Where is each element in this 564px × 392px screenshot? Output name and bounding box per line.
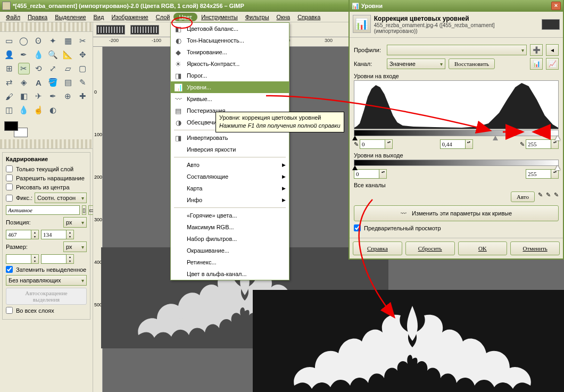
- spinner-icon[interactable]: ▴▾: [385, 139, 393, 149]
- menu-view[interactable]: Вид: [90, 13, 108, 21]
- presets-combo[interactable]: [387, 45, 527, 55]
- fg-color[interactable]: [4, 121, 18, 131]
- input-gamma-field[interactable]: [440, 139, 466, 149]
- close-button[interactable]: ×: [551, 2, 561, 10]
- dodge-burn-tool[interactable]: ◐: [47, 104, 59, 116]
- pick-black-button[interactable]: ✎: [354, 141, 359, 148]
- spinner-icon[interactable]: ▴▾: [551, 139, 559, 149]
- zoom-tool[interactable]: 🔍: [47, 49, 59, 61]
- menu-colorify[interactable]: Окрашивание...: [171, 245, 289, 256]
- pick-gray-all-button[interactable]: ✎: [546, 191, 551, 202]
- eraser-tool[interactable]: ◧: [18, 90, 30, 102]
- position-unit-combo[interactable]: px: [63, 217, 87, 228]
- measure-tool[interactable]: 📐: [62, 49, 74, 61]
- ok-button[interactable]: OK: [458, 241, 508, 255]
- spinner-icon[interactable]: ▴▾: [466, 139, 473, 149]
- spinner-icon[interactable]: ▴▾: [551, 169, 559, 179]
- menu-hue-saturation[interactable]: ◐Тон-Насыщенность...: [171, 35, 289, 46]
- reset-button[interactable]: Сбросить: [405, 241, 455, 255]
- fuzzy-select-tool[interactable]: ✦: [47, 35, 59, 47]
- paths-tool[interactable]: ✒: [18, 49, 30, 61]
- pick-black-all-button[interactable]: ✎: [538, 191, 543, 202]
- menu-value-invert[interactable]: Инверсия яркости: [171, 144, 289, 155]
- size-h-field[interactable]: [41, 254, 67, 264]
- menu-threshold[interactable]: ◨Порог...: [171, 70, 289, 81]
- scissors-tool[interactable]: ✂: [77, 35, 88, 47]
- pick-white-button[interactable]: ✎: [520, 141, 525, 148]
- out-white-slider[interactable]: [555, 165, 560, 170]
- paintbrush-tool[interactable]: 🖌: [3, 90, 15, 102]
- text-tool[interactable]: A: [32, 77, 44, 88]
- fixed-check[interactable]: [6, 195, 13, 202]
- pick-white-all-button[interactable]: ✎: [554, 191, 559, 202]
- spinner-icon[interactable]: ▴▾: [31, 230, 39, 239]
- ellipse-select-tool[interactable]: ◯: [18, 35, 30, 47]
- menu-tools[interactable]: Инструменты: [197, 13, 242, 21]
- clone-tool[interactable]: ⊕: [62, 90, 74, 102]
- menu-brightness-contrast[interactable]: ☀Яркость-Контраст...: [171, 58, 289, 70]
- help-button[interactable]: Справка: [353, 241, 402, 255]
- rect-select-tool[interactable]: ▭: [3, 35, 15, 47]
- pos-y-field[interactable]: [41, 230, 67, 239]
- gamma-slider[interactable]: [493, 136, 498, 140]
- only-current-layer-check[interactable]: [6, 165, 13, 172]
- output-low-field[interactable]: [354, 169, 379, 179]
- preset-menu-button[interactable]: ◂: [546, 44, 559, 56]
- input-low-field[interactable]: [360, 139, 385, 149]
- smudge-tool[interactable]: ☝: [32, 104, 44, 116]
- menu-components[interactable]: Составляющие▶: [171, 171, 289, 182]
- by-color-select-tool[interactable]: ▦: [62, 35, 74, 47]
- edit-as-curves-button[interactable]: 〰 Изменить эти параметры как кривые: [354, 205, 559, 221]
- menu-colorize[interactable]: ◆Тонирование...: [171, 46, 289, 58]
- reset-channel-button[interactable]: Восстановить: [449, 59, 495, 69]
- black-point-slider[interactable]: [352, 136, 358, 140]
- out-black-slider[interactable]: [352, 165, 358, 170]
- menu-map[interactable]: Карта▶: [171, 182, 289, 194]
- blur-tool[interactable]: 💧: [18, 104, 30, 116]
- flip-tool[interactable]: ⇄: [3, 77, 15, 88]
- histogram-linear-icon[interactable]: 📊: [530, 58, 543, 70]
- perspective-clone-tool[interactable]: ◫: [3, 104, 15, 116]
- menu-file[interactable]: Файл: [2, 13, 24, 21]
- color-picker-tool[interactable]: 💧: [32, 49, 44, 61]
- perspective-tool[interactable]: ▢: [77, 63, 88, 74]
- menu-layer[interactable]: Слой: [152, 13, 174, 21]
- menu-windows[interactable]: Окна: [273, 13, 294, 21]
- bucket-fill-tool[interactable]: 🪣: [47, 77, 59, 88]
- histogram-log-icon[interactable]: 📈: [546, 58, 559, 70]
- menu-auto[interactable]: Авто▶: [171, 159, 289, 171]
- all-layers-check[interactable]: [6, 307, 13, 314]
- cancel-button[interactable]: Отменить: [510, 241, 560, 255]
- image-tab-1[interactable]: [96, 25, 125, 35]
- menu-color-balance[interactable]: ◧Цветовой баланс...: [171, 23, 289, 35]
- color-swatches[interactable]: [4, 121, 28, 137]
- output-high-field[interactable]: [526, 169, 551, 179]
- cage-tool[interactable]: ◈: [18, 77, 30, 88]
- darken-check[interactable]: [6, 266, 13, 273]
- menu-max-rgb[interactable]: Максимум RGB...: [171, 221, 289, 233]
- heal-tool[interactable]: ✚: [77, 90, 88, 102]
- menu-info[interactable]: Инфо▶: [171, 194, 289, 206]
- size-unit-combo[interactable]: px: [63, 241, 87, 252]
- menu-image[interactable]: Изображение: [107, 13, 152, 21]
- menu-color-to-alpha[interactable]: Цвет в альфа-канал...: [171, 268, 289, 280]
- menu-curves[interactable]: 〰Кривые...: [171, 93, 289, 105]
- scale-tool[interactable]: ⤢: [47, 63, 59, 74]
- lasso-tool[interactable]: ʘ: [32, 35, 44, 47]
- white-point-slider[interactable]: [555, 136, 560, 140]
- crop-tool[interactable]: ✂: [18, 63, 30, 74]
- pos-x-field[interactable]: [6, 230, 31, 239]
- image-tab-2[interactable]: [130, 25, 159, 35]
- foreground-select-tool[interactable]: 👤: [3, 49, 15, 61]
- portrait-icon[interactable]: ▯: [82, 205, 86, 215]
- output-gradient[interactable]: [354, 160, 559, 166]
- spinner-icon[interactable]: ▴▾: [31, 254, 39, 264]
- input-high-field[interactable]: [526, 139, 551, 149]
- menu-filters[interactable]: Фильтры: [242, 13, 273, 21]
- shear-tool[interactable]: ▱: [62, 63, 74, 74]
- airbrush-tool[interactable]: ✈: [32, 90, 44, 102]
- spinner-icon[interactable]: ▴▾: [67, 254, 74, 264]
- fixed-combo[interactable]: Соотн. сторон: [35, 193, 87, 203]
- spinner-icon[interactable]: ▴▾: [67, 230, 74, 239]
- spinner-icon[interactable]: ▴▾: [379, 169, 387, 179]
